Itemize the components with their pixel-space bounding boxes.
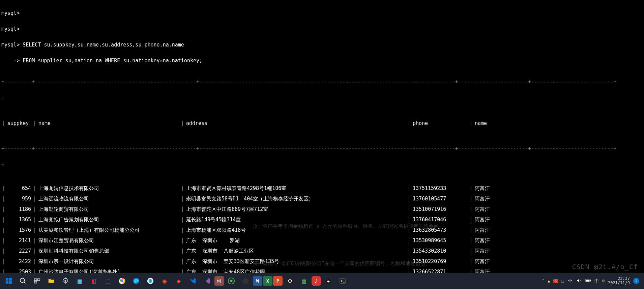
svg-rect-31 [590,280,591,281]
pipe-icon: | [469,186,473,191]
edge-icon[interactable] [129,274,143,288]
pipe-icon: | [32,259,37,264]
cell-address: 上海市奉贤区青村镇泰青路4298号1幢106室 [185,186,407,191]
file-explorer-icon[interactable] [45,274,58,288]
app-icon[interactable]: ▦ [297,274,311,288]
pipe-icon: | [32,186,37,191]
sql-line-2: -> FROM supplier su,nation na WHERE su.n… [1,58,643,64]
pipe-icon: | [407,186,411,191]
pipe-icon: | [469,217,473,223]
svg-rect-8 [34,281,37,283]
table-row: |654|上海龙涓信息技术有限公司|上海市奉贤区青村镇泰青路4298号1幢106… [1,183,643,194]
col-header-nation: name [473,121,527,126]
pipe-icon: | [1,228,6,233]
powerpoint-icon[interactable]: P [273,276,283,286]
cell-address: 崇明县富民支路58号D1－404室（上海横泰经济开发区） [185,196,407,202]
pipe-icon: | [469,228,473,233]
app-icon[interactable]: ◆ [172,274,185,288]
tray-app-icon[interactable]: ▲ [548,279,550,283]
pipe-icon: | [469,207,473,212]
wifi-icon[interactable] [567,278,573,284]
ime-mode-icon[interactable]: ☺ [602,279,605,283]
qq-icon[interactable] [322,274,335,288]
pipe-icon: | [1,207,6,212]
ime-indicator[interactable]: 中 [594,278,599,284]
svg-line-5 [24,282,26,284]
terminal-icon[interactable]: >_ [336,274,349,288]
app-icon[interactable]: ⬚ [101,274,115,288]
col-header-phone: phone [411,121,469,126]
svg-text:⋮⋮: ⋮⋮ [242,279,248,283]
chrome-icon[interactable] [115,274,129,288]
pipe-icon: | [1,196,6,202]
pipe-icon: | [469,238,473,244]
cell-suppkey: 1186 [6,207,32,212]
svg-rect-7 [37,279,40,281]
pipe-icon: | [180,217,185,223]
pipe-icon: | [180,207,185,212]
pipe-icon: | [32,196,37,202]
word-icon[interactable]: W [253,276,262,286]
tray-chevron-icon[interactable]: ˄ [542,279,544,283]
app-icon[interactable]: 何 [214,276,224,286]
prompt-line: mysql> [1,11,643,16]
cell-name: 上海远流物流有限公司 [37,196,180,202]
search-icon[interactable] [16,274,30,288]
pipe-icon: | [469,259,473,264]
table-separator: +---------+-----------------------------… [1,146,643,152]
vscode-icon[interactable] [186,274,200,288]
svg-text:>_: >_ [341,279,345,283]
system-tray[interactable]: ˄ ▲ S ⬚ 中 ☺ 23:37 2021/11/9 2 [542,277,642,285]
clock[interactable]: 23:37 2021/11/9 [608,277,630,285]
visual-studio-icon[interactable] [200,274,214,288]
svg-point-9 [64,280,66,282]
obs-icon[interactable] [283,274,297,288]
table-separator: + [1,96,643,101]
svg-rect-2 [6,281,8,284]
start-button[interactable] [2,274,16,288]
volume-icon[interactable] [576,278,582,284]
pipe-icon: | [180,228,185,233]
task-view-icon[interactable] [30,274,44,288]
netease-music-icon[interactable]: ♪ [312,276,321,286]
pipe-icon: | [407,196,411,202]
svg-rect-6 [34,279,37,281]
taskbar[interactable]: ▣ ◧ ⬚ ◉ ◆ 何 ⋮⋮ W X P ▦ ♪ >_ ˄ ▲ S ⬚ [0,273,644,289]
table-separator: + [1,162,643,167]
notification-badge[interactable]: 2 [633,278,639,284]
cell-suppkey: 959 [6,196,32,202]
cell-suppkey: 654 [6,186,32,191]
sql-line-1: mysql> SELECT su.suppkey,su.name,su.addr… [1,42,643,48]
cell-phone: 13751159233 [411,186,469,191]
app-icon[interactable]: ▣ [73,274,86,288]
excel-icon[interactable]: X [263,276,272,286]
cell-name: 上海龙涓信息技术有限公司 [37,186,180,191]
battery-icon[interactable] [585,279,591,284]
cell-nation: 阿富汗 [473,217,527,223]
app-icon[interactable]: ◉ [158,274,171,288]
table-header-row: | suppkey | name | address | phone | nam… [1,117,643,130]
background-document-text: （5）查询半年平均金额超过 5 万元的顾客编号、姓名、所在国家名称和年平均金额。… [250,211,444,273]
app-icon[interactable] [225,274,238,288]
cell-suppkey: 1576 [6,228,32,233]
cell-nation: 阿富汗 [473,186,527,191]
pipe-icon: | [1,259,6,264]
pipe-icon: | [469,249,473,254]
pipe-icon: | [1,249,6,254]
table-separator: +---------+-----------------------------… [1,79,643,85]
svg-rect-3 [9,281,12,284]
svg-point-24 [329,280,329,280]
tray-app-icon[interactable]: S [553,279,558,283]
settings-icon[interactable] [59,274,72,288]
cell-suppkey: 2227 [6,249,32,254]
baidu-netdisk-icon[interactable] [144,274,157,288]
prompt-line: mysql> [1,27,643,32]
app-icon[interactable]: ⋮⋮ [239,274,252,288]
cell-name: 深圳市江楚贸易有限公司 [37,238,180,244]
tray-app-icon[interactable]: ⬚ [562,279,564,283]
cell-name: 上海勤轮商贸有限公司 [37,207,180,212]
app-icon[interactable]: ◧ [87,274,100,288]
pipe-icon: | [180,186,185,191]
svg-point-25 [327,281,329,283]
pipe-icon: | [180,259,185,264]
